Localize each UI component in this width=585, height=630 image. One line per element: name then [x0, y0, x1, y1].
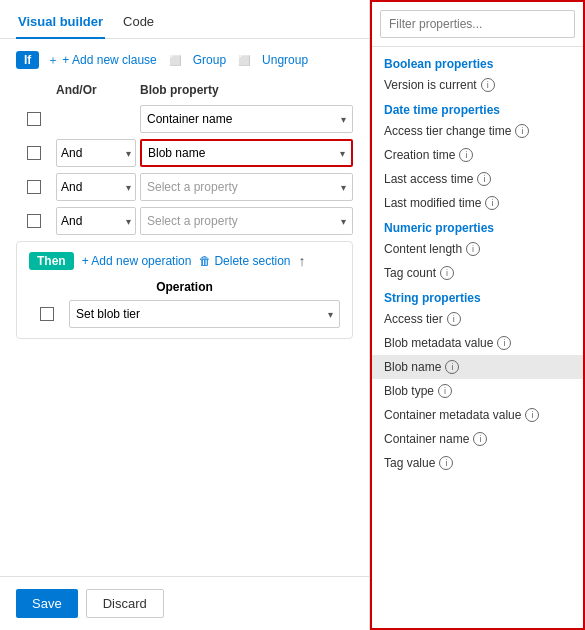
filter-properties-input[interactable]	[380, 10, 575, 38]
property-item-label: Content length	[384, 242, 462, 256]
row4-checkbox[interactable]	[27, 214, 41, 228]
property-item-label: Access tier	[384, 312, 443, 326]
move-up-button[interactable]: ↑	[298, 253, 305, 269]
property-item-label: Last access time	[384, 172, 473, 186]
property-item-label: Blob type	[384, 384, 434, 398]
property-category: Numeric properties	[372, 215, 583, 237]
property-list-item[interactable]: Tag valuei	[372, 451, 583, 475]
info-icon: i	[481, 78, 495, 92]
property-item-label: Blob name	[384, 360, 441, 374]
property-item-label: Last modified time	[384, 196, 481, 210]
discard-button[interactable]: Discard	[86, 589, 164, 618]
property-list-item[interactable]: Access tier change timei	[372, 119, 583, 143]
separator1: ⬜	[165, 55, 185, 66]
group-button[interactable]: Group	[193, 53, 226, 67]
property-item-label: Container metadata value	[384, 408, 521, 422]
property-item-label: Version is current	[384, 78, 477, 92]
filter-input-wrapper	[372, 2, 583, 47]
row2-checkbox[interactable]	[27, 146, 41, 160]
info-icon: i	[485, 196, 499, 210]
operation-column-header: Operation	[29, 280, 340, 294]
operation-dropdown-arrow-icon: ▾	[328, 309, 333, 320]
condition-row-4: And ▾ Select a property ▾	[16, 207, 353, 235]
add-new-clause-button[interactable]: ＋ + Add new clause	[47, 52, 156, 69]
if-section-header: If ＋ + Add new clause ⬜ Group ⬜ Ungroup	[16, 51, 353, 69]
property-item-label: Creation time	[384, 148, 455, 162]
trash-icon: 🗑	[199, 254, 211, 268]
row1-property-dropdown[interactable]: Container name ▾	[140, 105, 353, 133]
property-item-label: Access tier change time	[384, 124, 511, 138]
operation-checkbox[interactable]	[40, 307, 54, 321]
tab-code[interactable]: Code	[121, 8, 156, 39]
row3-andor-arrow-icon: ▾	[126, 182, 131, 193]
info-icon: i	[525, 408, 539, 422]
row2-dropdown-arrow-icon: ▾	[340, 148, 345, 159]
operation-dropdown[interactable]: Set blob tier ▾	[69, 300, 340, 328]
add-clause-icon: ＋	[47, 52, 59, 69]
property-list-item[interactable]: Version is currenti	[372, 73, 583, 97]
ungroup-button[interactable]: Ungroup	[262, 53, 308, 67]
tab-visual-builder[interactable]: Visual builder	[16, 8, 105, 39]
info-icon: i	[515, 124, 529, 138]
info-icon: i	[466, 242, 480, 256]
property-list-item[interactable]: Container metadata valuei	[372, 403, 583, 427]
property-list-item[interactable]: Creation timei	[372, 143, 583, 167]
row3-checkbox[interactable]	[27, 180, 41, 194]
condition-row-2: And ▾ Blob name ▾	[16, 139, 353, 167]
main-panel: Visual builder Code If ＋ + Add new claus…	[0, 0, 370, 630]
delete-section-button[interactable]: 🗑 Delete section	[199, 254, 290, 268]
save-button[interactable]: Save	[16, 589, 78, 618]
dropdown-panel: Boolean propertiesVersion is currentiDat…	[370, 0, 585, 630]
info-icon: i	[473, 432, 487, 446]
info-icon: i	[477, 172, 491, 186]
property-list-item[interactable]: Blob typei	[372, 379, 583, 403]
row2-andor-arrow-icon: ▾	[126, 148, 131, 159]
content-area: If ＋ + Add new clause ⬜ Group ⬜ Ungroup …	[0, 39, 369, 576]
property-item-label: Blob metadata value	[384, 336, 493, 350]
property-list-item[interactable]: Content lengthi	[372, 237, 583, 261]
row2-property-dropdown[interactable]: Blob name ▾	[140, 139, 353, 167]
then-section: Then + Add new operation 🗑 Delete sectio…	[16, 241, 353, 339]
row2-andor-dropdown[interactable]: And ▾	[56, 139, 136, 167]
row1-checkbox[interactable]	[27, 112, 41, 126]
if-badge: If	[16, 51, 39, 69]
and-or-column-header: And/Or	[56, 83, 136, 97]
condition-row-1: Container name ▾	[16, 105, 353, 133]
info-icon: i	[439, 456, 453, 470]
row4-andor-dropdown[interactable]: And ▾	[56, 207, 136, 235]
row4-property-dropdown[interactable]: Select a property ▾	[140, 207, 353, 235]
info-icon: i	[438, 384, 452, 398]
add-new-operation-button[interactable]: + Add new operation	[82, 254, 192, 268]
info-icon: i	[447, 312, 461, 326]
operation-row: Set blob tier ▾	[29, 300, 340, 328]
property-list-item[interactable]: Access tieri	[372, 307, 583, 331]
property-list-item[interactable]: Blob metadata valuei	[372, 331, 583, 355]
info-icon: i	[459, 148, 473, 162]
property-item-label: Container name	[384, 432, 469, 446]
property-list-item[interactable]: Last modified timei	[372, 191, 583, 215]
property-list-item[interactable]: Blob namei	[372, 355, 583, 379]
row3-dropdown-arrow-icon: ▾	[341, 182, 346, 193]
blob-property-column-header: Blob property	[140, 83, 353, 97]
info-icon: i	[440, 266, 454, 280]
info-icon: i	[445, 360, 459, 374]
row4-andor-arrow-icon: ▾	[126, 216, 131, 227]
property-item-label: Tag count	[384, 266, 436, 280]
property-category: Date time properties	[372, 97, 583, 119]
then-badge: Then	[29, 252, 74, 270]
row3-property-dropdown[interactable]: Select a property ▾	[140, 173, 353, 201]
property-list-item[interactable]: Last access timei	[372, 167, 583, 191]
row3-andor-dropdown[interactable]: And ▾	[56, 173, 136, 201]
tabs: Visual builder Code	[0, 0, 369, 39]
property-category: String properties	[372, 285, 583, 307]
property-item-label: Tag value	[384, 456, 435, 470]
property-list-item[interactable]: Tag counti	[372, 261, 583, 285]
column-headers: And/Or Blob property	[16, 79, 353, 101]
info-icon: i	[497, 336, 511, 350]
property-list: Boolean propertiesVersion is currentiDat…	[372, 47, 583, 628]
property-list-item[interactable]: Container namei	[372, 427, 583, 451]
then-section-header: Then + Add new operation 🗑 Delete sectio…	[29, 252, 340, 270]
property-category: Boolean properties	[372, 51, 583, 73]
footer: Save Discard	[0, 576, 369, 630]
separator2: ⬜	[234, 55, 254, 66]
